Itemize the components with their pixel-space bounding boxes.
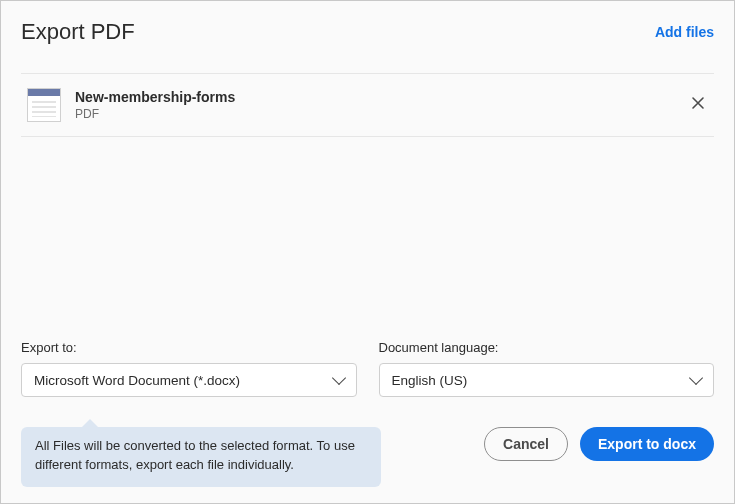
export-to-select[interactable]: Microsoft Word Document (*.docx): [21, 363, 357, 397]
tooltip-wrap: All Files will be converted to the selec…: [21, 427, 468, 487]
dialog-header: Export PDF Add files: [21, 19, 714, 45]
file-type: PDF: [75, 107, 686, 121]
close-icon: [691, 96, 705, 110]
chevron-down-icon: [331, 371, 345, 385]
add-files-link[interactable]: Add files: [655, 24, 714, 40]
export-button[interactable]: Export to docx: [580, 427, 714, 461]
chevron-down-icon: [689, 371, 703, 385]
file-list: New-membership-forms PDF: [21, 73, 714, 137]
dialog-buttons: Cancel Export to docx: [484, 427, 714, 461]
export-to-value: Microsoft Word Document (*.docx): [34, 373, 240, 388]
remove-file-button[interactable]: [686, 96, 710, 114]
file-name: New-membership-forms: [75, 89, 686, 105]
cancel-button[interactable]: Cancel: [484, 427, 568, 461]
export-pdf-dialog: Export PDF Add files New-membership-form…: [0, 0, 735, 504]
language-field: Document language: English (US): [379, 340, 715, 397]
file-thumbnail-icon: [27, 88, 61, 122]
dialog-title: Export PDF: [21, 19, 135, 45]
language-value: English (US): [392, 373, 468, 388]
export-to-label: Export to:: [21, 340, 357, 355]
export-to-field: Export to: Microsoft Word Document (*.do…: [21, 340, 357, 397]
language-label: Document language:: [379, 340, 715, 355]
format-tooltip: All Files will be converted to the selec…: [21, 427, 381, 487]
language-select[interactable]: English (US): [379, 363, 715, 397]
footer-row: All Files will be converted to the selec…: [21, 427, 714, 487]
spacer: [21, 137, 714, 340]
file-info: New-membership-forms PDF: [75, 89, 686, 121]
file-row: New-membership-forms PDF: [21, 74, 714, 136]
options-row: Export to: Microsoft Word Document (*.do…: [21, 340, 714, 397]
